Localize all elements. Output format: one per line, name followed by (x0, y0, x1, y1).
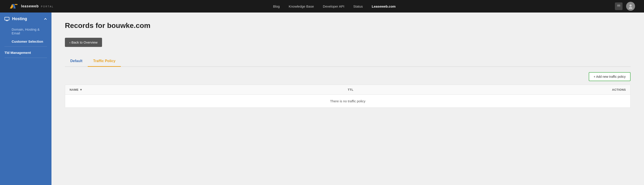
notification-icon (617, 4, 621, 8)
add-traffic-policy-button[interactable]: + Add new traffic policy (589, 72, 630, 81)
sidebar: Hosting Domain, Hosting & Email Customer… (0, 12, 52, 185)
nav-knowledge-base[interactable]: Knowledge Base (289, 4, 314, 8)
user-avatar-icon (628, 4, 633, 9)
sidebar-hosting-item[interactable]: Hosting (0, 12, 52, 25)
tab-traffic-policy[interactable]: Traffic Policy (88, 56, 121, 67)
user-avatar-btn[interactable] (626, 2, 635, 11)
sidebar-divider-1 (4, 46, 47, 47)
back-to-overview-button[interactable]: ‹ Back to Overview (65, 38, 102, 47)
svg-rect-7 (617, 5, 620, 7)
sidebar-item-domain-hosting-email[interactable]: Domain, Hosting & Email (0, 25, 52, 37)
notification-icon-btn[interactable] (615, 2, 622, 10)
top-nav-right (615, 2, 635, 11)
svg-point-9 (629, 7, 632, 9)
main-content: Records for bouwke.com ‹ Back to Overvie… (52, 12, 644, 185)
table-empty-message: There is no traffic policy (65, 95, 630, 107)
back-button-label: ‹ Back to Overview (69, 40, 98, 44)
logo-area: leaseweb PORTAL (9, 2, 54, 10)
portal-label: PORTAL (41, 5, 54, 8)
sidebar-tld-management[interactable]: Tld Management (0, 48, 52, 57)
svg-rect-5 (15, 4, 18, 5)
brand-name: leaseweb (21, 4, 39, 8)
nav-developer-api[interactable]: Developer API (323, 4, 344, 8)
top-nav-links: Blog Knowledge Base Developer API Status… (273, 4, 396, 8)
nav-blog[interactable]: Blog (273, 4, 280, 8)
page-title: Records for bouwke.com (65, 21, 630, 30)
leaseweb-logo-icon (9, 2, 19, 10)
svg-rect-10 (5, 17, 9, 20)
sidebar-hosting-sub: Domain, Hosting & Email Customer Selecti… (0, 25, 52, 46)
svg-point-8 (630, 4, 632, 7)
tab-default[interactable]: Default (65, 56, 88, 67)
tabs-container: Default Traffic Policy (65, 56, 630, 67)
hosting-label: Hosting (12, 16, 27, 21)
col-header-ttl: TTL (348, 88, 487, 91)
table-toolbar: + Add new traffic policy (65, 67, 630, 85)
nav-status[interactable]: Status (353, 4, 363, 8)
sidebar-hosting-left: Hosting (4, 16, 27, 21)
sidebar-divider-2 (4, 58, 47, 58)
col-header-actions: ACTIONS (487, 88, 626, 91)
top-navigation: leaseweb PORTAL Blog Knowledge Base Deve… (0, 0, 644, 12)
sidebar-item-customer-selection[interactable]: Customer Selection (0, 37, 52, 46)
nav-leaseweb-com[interactable]: Leaseweb.com (372, 4, 396, 8)
records-table: NAME ▼ TTL ACTIONS There is no traffic p… (65, 85, 630, 108)
add-button-label: + Add new traffic policy (594, 75, 626, 78)
sidebar-section-hosting: Hosting Domain, Hosting & Email Customer… (0, 12, 52, 46)
monitor-icon (4, 17, 10, 21)
chevron-up-icon (44, 17, 47, 20)
table-header-row: NAME ▼ TTL ACTIONS (65, 85, 630, 95)
main-layout: Hosting Domain, Hosting & Email Customer… (0, 12, 644, 185)
col-header-name: NAME ▼ (70, 88, 348, 91)
